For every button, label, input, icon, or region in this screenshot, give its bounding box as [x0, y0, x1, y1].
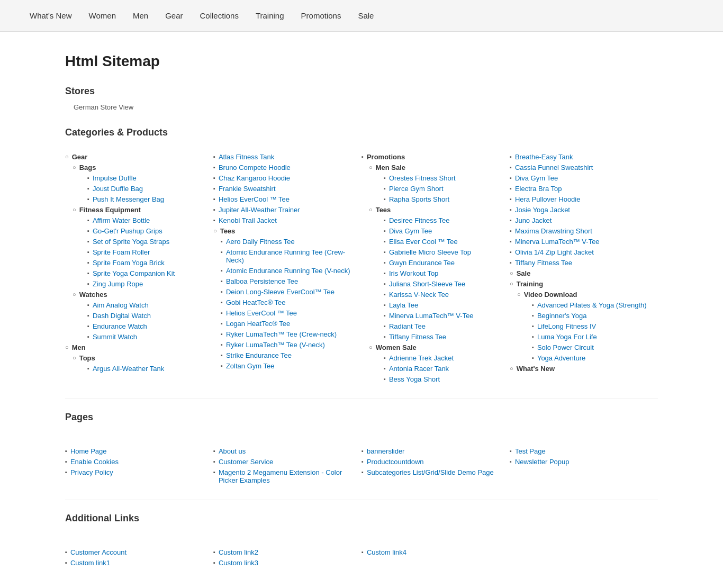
- hera-pullover-hoodie-link[interactable]: Hera Pullover Hoodie: [515, 195, 581, 203]
- luma-yoga-for-life-link[interactable]: Luma Yoga For Life: [537, 333, 597, 341]
- iris-workout-top-link[interactable]: Iris Workout Top: [389, 269, 438, 277]
- customer-service-link[interactable]: Customer Service: [219, 458, 273, 466]
- aero-daily-tee-link[interactable]: Aero Daily Fitness Tee: [226, 238, 295, 246]
- sprite-yoga-companion-link[interactable]: Sprite Yoga Companion Kit: [93, 269, 175, 277]
- nav-collections[interactable]: Collections: [192, 11, 247, 20]
- sprite-foam-yoga-brick-link[interactable]: Sprite Foam Yoga Brick: [93, 259, 165, 267]
- beginners-yoga-link[interactable]: Beginner's Yoga: [537, 312, 587, 320]
- josie-yoga-jacket-link[interactable]: Josie Yoga Jacket: [515, 206, 570, 214]
- bess-yoga-short-link[interactable]: Bess Yoga Short: [389, 375, 440, 383]
- joust-duffle-bag-link[interactable]: Joust Duffle Bag: [93, 185, 143, 193]
- productcountdown-link[interactable]: Productcountdown: [367, 458, 424, 466]
- diva-gym-tee2-link[interactable]: Diva Gym Tee: [515, 174, 558, 182]
- atomic-endurance-vneck-link[interactable]: Atomic Endurance Running Tee (V-neck): [226, 267, 350, 275]
- test-page-link[interactable]: Test Page: [515, 447, 546, 455]
- gobi-heatec-link[interactable]: Gobi HeatTec® Tee: [226, 298, 286, 306]
- yoga-adventure-link[interactable]: Yoga Adventure: [537, 354, 585, 362]
- atomic-endurance-crew-link[interactable]: Atomic Endurance Running Tee (Crew-Neck): [226, 248, 351, 264]
- bullet: ▪: [384, 196, 386, 202]
- antonia-racer-tank-link[interactable]: Antonia Racer Tank: [389, 365, 449, 373]
- adrienne-trek-jacket-link[interactable]: Adrienne Trek Jacket: [389, 354, 454, 362]
- jupiter-allweather-link[interactable]: Jupiter All-Weather Trainer: [219, 206, 300, 214]
- olivia-14zip-light-jacket-link[interactable]: Olivia 1/4 Zip Light Jacket: [515, 248, 594, 256]
- pages-col-1: ▪ Home Page ▪ Enable Cookies ▪ Privacy P…: [65, 447, 213, 479]
- go-getr-pushup-link[interactable]: Go-Get'r Pushup Grips: [93, 227, 162, 235]
- layla-tee-link[interactable]: Layla Tee: [389, 301, 418, 309]
- bannerslider-link[interactable]: bannerslider: [367, 447, 405, 455]
- desiree-fitness-tee-link[interactable]: Desiree Fitness Tee: [389, 216, 450, 224]
- minerva-lumatech-vneck-link[interactable]: Minerva LumaTech™ V-Tee: [389, 312, 474, 320]
- about-us-link[interactable]: About us: [219, 447, 246, 455]
- impulse-duffle-link[interactable]: Impulse Duffle: [93, 174, 137, 182]
- maxima-drawstring-short-link[interactable]: Maxima Drawstring Short: [515, 227, 592, 235]
- juno-jacket-link[interactable]: Juno Jacket: [515, 216, 552, 224]
- kenobi-trail-jacket-link[interactable]: Kenobi Trail Jacket: [219, 216, 277, 224]
- nav-training[interactable]: Training: [247, 11, 293, 20]
- juliana-shortsleeve-tee-link[interactable]: Juliana Short-Sleeve Tee: [389, 280, 465, 288]
- argus-allweather-link[interactable]: Argus All-Weather Tank: [93, 365, 164, 373]
- frankie-sweatshirt-link[interactable]: Frankie Sweatshirt: [219, 185, 276, 193]
- zoltan-gym-tee-link[interactable]: Zoltan Gym Tee: [226, 362, 275, 370]
- bullet: ▪: [384, 333, 386, 340]
- nav-gear[interactable]: Gear: [157, 11, 191, 20]
- gabrielle-micro-sleeve-link[interactable]: Gabrielle Micro Sleeve Top: [389, 248, 471, 256]
- bags-label: Bags: [79, 164, 96, 171]
- karissa-vneck-tee-link[interactable]: Karissa V-Neck Tee: [389, 291, 449, 298]
- radiant-tee-link[interactable]: Radiant Tee: [389, 322, 426, 330]
- deion-longsleeve-link[interactable]: Deion Long-Sleeve EverCool™ Tee: [226, 288, 335, 296]
- strike-endurance-tee-link[interactable]: Strike Endurance Tee: [226, 351, 292, 359]
- tiffany-fitness-tee-promo-link[interactable]: Tiffany Fitness Tee: [389, 333, 446, 341]
- custom-link3-link[interactable]: Custom link3: [219, 559, 258, 567]
- custom-link2-link[interactable]: Custom link2: [219, 548, 258, 556]
- tiffany-fitness-tee-link[interactable]: Tiffany Fitness Tee: [515, 259, 572, 267]
- advanced-pilates-yoga-link[interactable]: Advanced Pilates & Yoga (Strength): [537, 301, 647, 309]
- atlas-fitness-tank-link[interactable]: Atlas Fitness Tank: [219, 153, 274, 161]
- logan-heatec-link[interactable]: Logan HeatTec® Tee: [226, 320, 290, 328]
- electra-bra-top-link[interactable]: Electra Bra Top: [515, 185, 562, 193]
- elisa-evercool-tee-link[interactable]: Elisa Ever Cool ™ Tee: [389, 238, 458, 246]
- balboa-persistence-tee-link[interactable]: Balboa Persistence Tee: [226, 277, 298, 285]
- custom-link4-link[interactable]: Custom link4: [367, 548, 406, 556]
- lifelong-fitness-iv-link[interactable]: LifeLong Fitness IV: [537, 322, 596, 330]
- enable-cookies-link[interactable]: Enable Cookies: [70, 458, 119, 466]
- subcategories-list-link[interactable]: Subcategories List/Grid/Slide Demo Page: [367, 468, 494, 476]
- pages-col-3: ▪ bannerslider ▪ Productcountdown ▪ Subc…: [362, 447, 510, 479]
- ryker-lumatech-crew-link[interactable]: Ryker LumaTech™ Tee (Crew-neck): [226, 330, 337, 338]
- bullet: ▪: [87, 312, 89, 319]
- minerva-lumatech-vtee-link[interactable]: Minerva LumaTech™ V-Tee: [515, 238, 600, 246]
- breathe-easy-tank-link[interactable]: Breathe-Easy Tank: [515, 153, 573, 161]
- nav-promotions[interactable]: Promotions: [293, 11, 350, 20]
- helios-evercool-tee-link[interactable]: Helios EverCool ™ Tee: [219, 195, 290, 203]
- ryker-lumatech-vneck-link[interactable]: Ryker LumaTech™ Tee (V-neck): [226, 341, 325, 349]
- endurance-watch-link[interactable]: Endurance Watch: [93, 322, 147, 330]
- pierce-gym-short-link[interactable]: Pierce Gym Short: [389, 185, 444, 193]
- chaz-kangaroo-hoodie-link[interactable]: Chaz Kangaroo Hoodie: [219, 174, 290, 182]
- cassia-funnel-sweatshirt-link[interactable]: Cassia Funnel Sweatshirt: [515, 164, 593, 171]
- sprite-foam-roller-link[interactable]: Sprite Foam Roller: [93, 248, 150, 256]
- sprite-yoga-straps-link[interactable]: Set of Sprite Yoga Straps: [93, 238, 169, 246]
- zing-jump-rope-link[interactable]: Zing Jump Rope: [93, 280, 143, 288]
- newsletter-popup-link[interactable]: Newsletter Popup: [515, 458, 570, 466]
- aim-analog-watch-link[interactable]: Aim Analog Watch: [93, 301, 149, 309]
- nav-sale[interactable]: Sale: [349, 11, 382, 20]
- rapha-sports-short-link[interactable]: Rapha Sports Short: [389, 195, 449, 203]
- affirm-water-bottle-link[interactable]: Affirm Water Bottle: [93, 216, 150, 224]
- bruno-compete-hoodie-link[interactable]: Bruno Compete Hoodie: [219, 164, 291, 171]
- bullet: ▪: [221, 352, 223, 358]
- privacy-policy-link[interactable]: Privacy Policy: [70, 468, 113, 476]
- nav-women[interactable]: Women: [80, 11, 124, 20]
- solo-power-circuit-link[interactable]: Solo Power Circuit: [537, 343, 594, 351]
- diva-gym-tee-link[interactable]: Diva Gym Tee: [389, 227, 432, 235]
- nav-men[interactable]: Men: [124, 11, 157, 20]
- customer-account-link[interactable]: Customer Account: [70, 548, 126, 556]
- helios-evercool-tee2-link[interactable]: Helios EverCool ™ Tee: [226, 309, 297, 317]
- orestes-fitness-short-link[interactable]: Orestes Fitness Short: [389, 174, 456, 182]
- gwyn-endurance-tee-link[interactable]: Gwyn Endurance Tee: [389, 259, 455, 267]
- custom-link1-link[interactable]: Custom link1: [70, 559, 110, 567]
- nav-whats-new[interactable]: What's New: [21, 11, 80, 20]
- push-it-messenger-link[interactable]: Push It Messenger Bag: [93, 195, 164, 203]
- summit-watch-link[interactable]: Summit Watch: [93, 333, 137, 341]
- dash-digital-watch-link[interactable]: Dash Digital Watch: [93, 312, 151, 320]
- magento-megamenu-link[interactable]: Magento 2 Megamenu Extension - Color Pic…: [219, 468, 351, 484]
- home-page-link[interactable]: Home Page: [70, 447, 107, 455]
